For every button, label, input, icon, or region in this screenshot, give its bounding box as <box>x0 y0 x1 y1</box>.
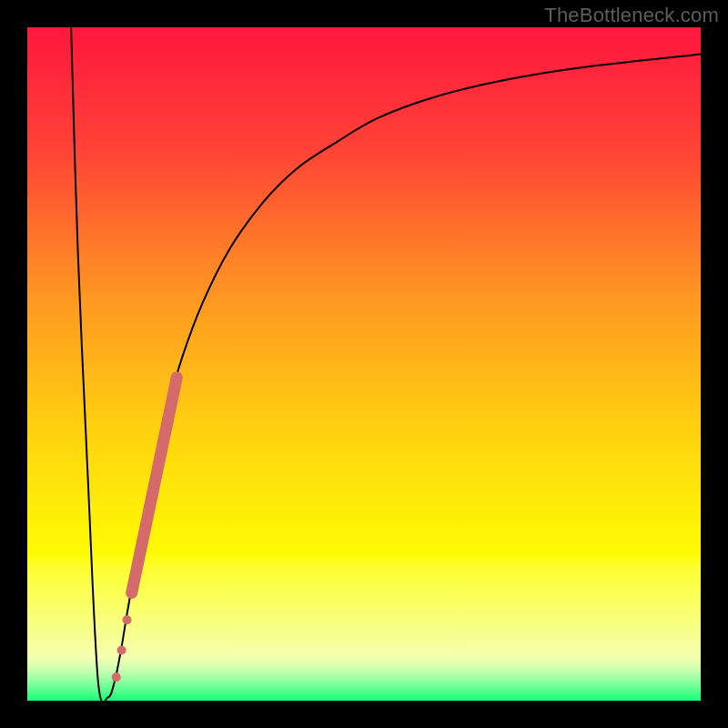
plot-area <box>27 27 701 701</box>
highlight-dot <box>117 646 126 655</box>
highlight-dots <box>112 615 132 682</box>
chart-overlay <box>27 27 701 701</box>
bottleneck-curve <box>71 27 701 701</box>
highlight-dot <box>123 615 132 624</box>
highlight-band <box>132 378 177 593</box>
watermark-text: TheBottleneck.com <box>544 4 719 27</box>
highlight-dot <box>112 672 121 682</box>
chart-frame: TheBottleneck.com <box>0 0 728 728</box>
